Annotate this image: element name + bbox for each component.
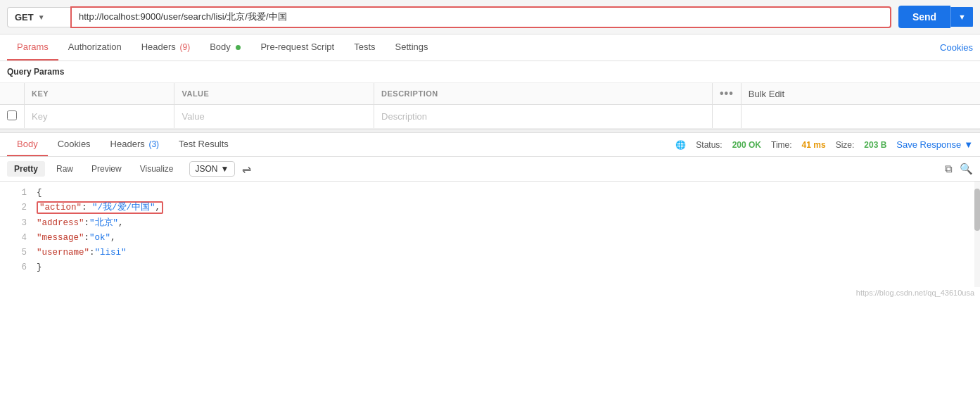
response-tab-headers[interactable]: Headers (3) (101, 133, 169, 156)
json-key-action: "action": "/我/爱/中国", (37, 201, 163, 215)
save-response-button[interactable]: Save Response ▼ (896, 139, 973, 150)
json-line-4: 4 "message": "ok", (0, 231, 980, 246)
bulk-edit-button[interactable]: Bulk Edit (749, 89, 784, 99)
value-cell[interactable]: Value (174, 105, 374, 129)
json-line-6: 6 } (0, 260, 980, 275)
size-label: Size: (836, 140, 855, 150)
response-headers-count: (3) (148, 139, 159, 149)
params-table: KEY VALUE DESCRIPTION ••• Bulk Edit Key … (0, 83, 980, 129)
table-row: Key Value Description (0, 105, 980, 129)
search-icon[interactable]: 🔍 (960, 163, 973, 175)
format-tab-raw[interactable]: Raw (49, 161, 80, 177)
save-response-chevron-icon: ▼ (964, 139, 973, 150)
time-label: Time: (771, 140, 792, 150)
tab-tests[interactable]: Tests (344, 34, 385, 61)
line-number: 1 (7, 186, 27, 201)
time-value: 41 ms (802, 140, 826, 150)
response-tab-cookies[interactable]: Cookies (48, 133, 101, 156)
row-checkbox-cell (0, 105, 25, 129)
response-status-area: 🌐 Status: 200 OK Time: 41 ms Size: 203 B… (675, 139, 973, 150)
format-chevron-icon: ▼ (221, 164, 229, 174)
more-icon[interactable]: ••• (720, 87, 734, 99)
method-chevron-icon: ▼ (38, 13, 45, 21)
globe-icon: 🌐 (675, 140, 686, 150)
format-tab-pretty[interactable]: Pretty (7, 161, 45, 177)
query-params-header: Query Params (0, 61, 980, 83)
line-number: 3 (7, 216, 27, 231)
value-placeholder: Value (182, 111, 204, 122)
line-number: 6 (7, 260, 27, 275)
url-input[interactable] (72, 8, 890, 27)
json-open-brace: { (37, 186, 42, 201)
line-number: 4 (7, 231, 27, 246)
watermark: https://blog.csdn.net/qq_43610usa (0, 287, 980, 298)
tab-settings[interactable]: Settings (386, 34, 438, 61)
bulk-edit-header: Bulk Edit (741, 83, 980, 105)
status-value: 200 OK (732, 140, 761, 150)
json-close-brace: } (37, 260, 42, 275)
line-number: 5 (7, 246, 27, 260)
line-number: 2 (7, 201, 27, 215)
json-action-highlight: "action": "/我/爱/中国", (37, 201, 163, 214)
format-type-select[interactable]: JSON ▼ (189, 161, 236, 177)
json-line-5: 5 "username": "lisi" (0, 246, 980, 260)
format-tab-visualize[interactable]: Visualize (133, 161, 181, 177)
response-tabs-row: Body Cookies Headers (3) Test Results 🌐 … (0, 133, 980, 157)
key-cell[interactable]: Key (25, 105, 174, 129)
copy-icon[interactable]: ⧉ (945, 163, 953, 175)
json-line-2: 2 "action": "/我/爱/中国", (0, 201, 980, 215)
url-bar: GET ▼ Send ▼ (0, 0, 980, 34)
method-label: GET (15, 12, 34, 23)
value-column-header: VALUE (174, 83, 374, 105)
description-column-header: DESCRIPTION (374, 83, 713, 105)
tab-headers[interactable]: Headers (9) (132, 34, 200, 61)
format-bar-right: ⧉ 🔍 (945, 163, 973, 175)
key-placeholder: Key (32, 111, 47, 122)
format-bar: Pretty Raw Preview Visualize JSON ▼ ⇌ ⧉ … (0, 157, 980, 182)
status-label: Status: (696, 140, 722, 150)
checkbox-header (0, 83, 25, 105)
request-tabs-row: Params Authorization Headers (9) Body Pr… (0, 34, 980, 61)
tab-authorization[interactable]: Authorization (58, 34, 132, 61)
scrollbar-track (974, 182, 980, 287)
json-line-3: 3 "address": "北京", (0, 216, 980, 231)
row-actions-cell (713, 105, 742, 129)
wrap-icon[interactable]: ⇌ (242, 163, 251, 176)
row-extra-cell (741, 105, 980, 129)
tab-body[interactable]: Body (200, 34, 250, 61)
send-button[interactable]: Send (898, 6, 950, 28)
description-cell[interactable]: Description (374, 105, 713, 129)
size-value: 203 B (864, 140, 886, 150)
url-input-wrapper (70, 6, 891, 28)
json-response-body: 1 { 2 "action": "/我/爱/中国", 3 "address": … (0, 182, 980, 287)
send-button-group: Send ▼ (898, 6, 973, 28)
response-tab-test-results[interactable]: Test Results (169, 133, 238, 156)
body-dot-indicator (236, 45, 241, 50)
tab-prerequest[interactable]: Pre-request Script (250, 34, 344, 61)
response-tab-body[interactable]: Body (7, 133, 48, 156)
scrollbar-thumb[interactable] (974, 189, 980, 231)
cookies-link[interactable]: Cookies (940, 42, 973, 53)
send-dropdown-button[interactable]: ▼ (950, 7, 973, 27)
actions-header: ••• (713, 83, 742, 105)
tab-params[interactable]: Params (7, 34, 58, 61)
headers-count-badge: (9) (179, 42, 190, 52)
row-checkbox[interactable] (7, 110, 17, 120)
description-placeholder: Description (381, 111, 427, 122)
json-line-1: 1 { (0, 186, 980, 201)
key-column-header: KEY (25, 83, 174, 105)
format-tab-preview[interactable]: Preview (84, 161, 129, 177)
method-select[interactable]: GET ▼ (7, 7, 70, 27)
